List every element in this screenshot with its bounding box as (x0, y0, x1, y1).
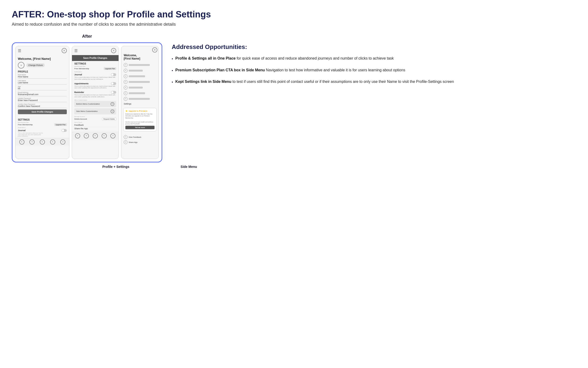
star-icon: ⭐ (125, 110, 128, 112)
journal-desc-right: This is a short description to share any… (74, 76, 116, 80)
side-icon-7: ✕ (124, 97, 127, 101)
journal-toggle-right[interactable] (111, 73, 116, 76)
first-name-value[interactable]: First Name (18, 76, 67, 79)
save-bar[interactable]: Save Profile Changes (72, 55, 119, 61)
notifications-sub: Notifications (18, 127, 67, 128)
nav-icon-4[interactable]: ✕ (50, 139, 55, 145)
share-app-item[interactable]: Share the App (74, 127, 116, 130)
upgrade-premium-box: ⭐ Upgrade to Premium Extend your experie… (123, 108, 157, 131)
upgrade-plan-button[interactable]: Upgrade Plan (54, 123, 67, 126)
opportunity-1: • Profile & Settings all in One Place fo… (172, 55, 576, 62)
rnav-icon-4[interactable]: ✕ (102, 133, 107, 138)
side-menu-item-1[interactable]: ✕ (121, 62, 158, 68)
delete-row: Delete Account Request Delete (74, 118, 116, 120)
side-menu-item-7[interactable]: ✕ (121, 96, 158, 102)
side-menu-button[interactable]: Side Menu Customization ✕ (74, 108, 116, 114)
email-value[interactable]: firstname@email.com (18, 93, 67, 96)
nav-icon-1[interactable]: ✕ (19, 139, 25, 145)
rnav-icon-2[interactable]: ✕ (84, 133, 89, 138)
hamburger-icon[interactable]: ☰ (18, 48, 21, 53)
appointments-toggle[interactable] (111, 82, 116, 85)
share-app-item-side[interactable]: ✕ Share App (124, 140, 156, 145)
caption-left: Profile + Settings (64, 165, 168, 169)
page-header: AFTER: One-stop shop for Profile and Set… (12, 9, 576, 27)
side-menu-item-5[interactable]: ✕ (121, 85, 158, 90)
side-menu-phone: ✕ Welcome,[First Name] ✕ ✕ ✕ ✕ (121, 46, 159, 159)
appointments-desc: This is a short description to share any… (74, 85, 116, 89)
side-icon-5: ✕ (124, 86, 127, 90)
password-label: Update Password (18, 97, 67, 99)
side-close-icon[interactable]: ✕ (152, 47, 157, 53)
nav-icon-5[interactable]: ✕ (60, 139, 65, 145)
get-in-touch-section: Get in Touch Feedback Share the App (74, 122, 116, 130)
side-menu-item-3[interactable]: ✕ (121, 74, 158, 79)
feedback-item[interactable]: Feedback (74, 123, 116, 127)
close-icon[interactable]: ✕ (62, 48, 67, 53)
close-side-menu[interactable]: ✕ (111, 110, 114, 113)
right-section: Addressed Opportunities: • Profile & Set… (172, 34, 576, 169)
membership-value: Free Membership (18, 124, 33, 126)
get-in-touch-label: Get in Touch (74, 122, 116, 123)
password-field: Update Password Enter New Password (18, 97, 67, 102)
bottom-menu-label: Bottom Menu Customization (76, 103, 100, 105)
avatar: ✕ (18, 62, 25, 69)
side-icon-4: ✕ (124, 80, 127, 84)
side-menu-item-4[interactable]: ✕ (121, 79, 158, 85)
menu-customization-label: Menu Customization (74, 99, 116, 101)
journal-notif: Journal This is a short description to s… (74, 73, 116, 80)
side-phone-header: ✕ (121, 46, 158, 54)
give-feedback-item[interactable]: ✕ Give Feedback (124, 134, 156, 140)
membership-sub-right: Membership Plan (74, 66, 116, 67)
last-name-label: Last Name (18, 80, 67, 82)
share-app-label: Share App (129, 141, 137, 143)
profile-label: PROFILE (18, 70, 67, 73)
delete-account-label: Delete Account (74, 118, 87, 120)
membership-row-right: Free Membership Upgrade Plan (74, 67, 116, 70)
rnav-icon-1[interactable]: ✕ (75, 133, 80, 138)
side-bar-6 (129, 92, 145, 94)
avatar-row: ✕ Change Picture (18, 62, 67, 69)
side-menu-label: Side Menu Customization (76, 110, 98, 112)
last-name-value[interactable]: Last Name (18, 82, 67, 84)
tell-me-more-button[interactable]: Tell me more (125, 126, 155, 129)
confirm-password-value[interactable]: Confirm New Password (18, 105, 67, 108)
close-bottom-menu[interactable]: ✕ (111, 102, 114, 106)
confirm-password-field: Confirm New Password Confirm New Passwor… (18, 103, 67, 108)
page-title: AFTER: One-stop shop for Profile and Set… (12, 9, 576, 19)
hamburger-icon-right[interactable]: ☰ (74, 48, 78, 53)
nav-icon-3[interactable]: ✕ (40, 139, 45, 145)
side-menu-item-6[interactable]: ✕ (121, 90, 158, 96)
age-value[interactable]: 00 (18, 87, 67, 90)
side-bar-7 (129, 98, 150, 100)
nav-icon-2[interactable]: ✕ (29, 139, 35, 145)
opp-text-2: Premium Subscription Plan CTA box in Sid… (176, 67, 405, 74)
reminder-toggle[interactable] (111, 91, 116, 94)
bottom-menu-button[interactable]: Bottom Menu Customization ✕ (74, 101, 116, 107)
password-value[interactable]: Enter New Password (18, 99, 67, 102)
last-name-field: Last Name Last Name (18, 80, 67, 84)
profile-section: Welcome, [First Name] ✕ Change Picture P… (16, 55, 69, 118)
appointments-row: Appointments (74, 82, 116, 85)
upgrade-plan-button-right[interactable]: Upgrade Plan (104, 67, 116, 70)
feedback-icon: ✕ (124, 135, 127, 139)
first-name-field: First Name First Name (18, 74, 67, 79)
opp-text-1: Profile & Settings all in One Place for … (176, 55, 394, 62)
save-profile-button[interactable]: Save Profile Changes (18, 110, 67, 114)
journal-toggle[interactable] (62, 129, 67, 132)
settings-link[interactable]: Settings (121, 102, 158, 106)
rnav-icon-3[interactable]: ✕ (93, 133, 98, 138)
change-picture-button[interactable]: Change Picture (26, 63, 45, 67)
request-delete-button[interactable]: Request Delete (102, 118, 116, 120)
manage-account-section: Manage Account Delete Account Request De… (74, 116, 116, 120)
opportunities-title: Addressed Opportunities: (172, 43, 576, 51)
side-menu-item-2[interactable]: ✕ (121, 68, 158, 74)
side-bar-5 (129, 87, 143, 89)
email-label: Email Address (18, 92, 67, 93)
bottom-nav: ✕ ✕ ✕ ✕ ✕ (16, 138, 69, 146)
bullet-3: • (172, 79, 173, 85)
rnav-icon-5[interactable]: ✕ (110, 133, 115, 138)
close-icon-right[interactable]: ✕ (111, 48, 116, 53)
upgrade-title: Upgrade to Premium (129, 110, 147, 112)
side-icon-6: ✕ (124, 91, 127, 95)
upgrade-desc: Extend your experience after the 7-day f… (125, 113, 155, 125)
